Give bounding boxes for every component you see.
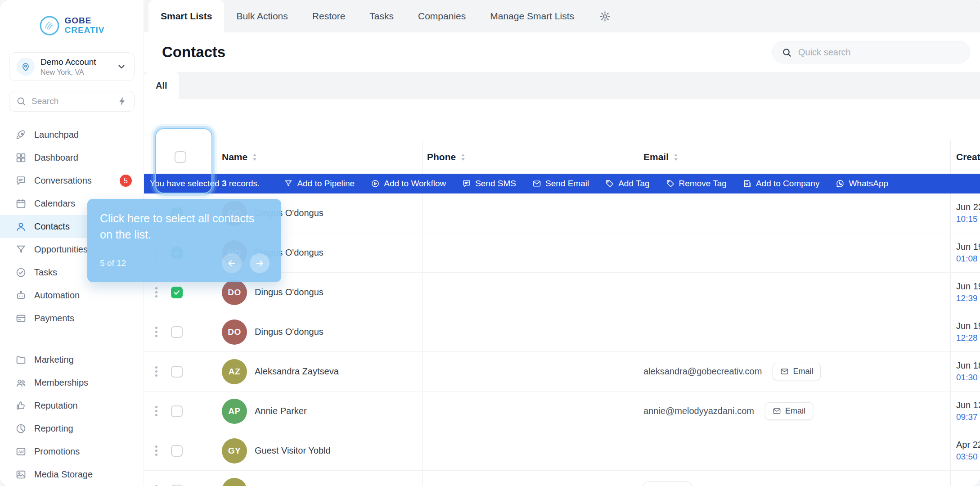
selection-count: 3 [222,179,227,188]
sidebar-item-label: Payments [34,313,74,324]
row-checkbox[interactable] [171,326,183,338]
tab-tasks[interactable]: Tasks [357,0,406,32]
sidebar-item-dashboard[interactable]: Dashboard [0,146,144,169]
tab-restore[interactable]: Restore [300,0,358,32]
bulk-action-whatsapp[interactable]: WhatsApp [836,179,888,189]
email-button[interactable]: Email [765,402,813,420]
created-time[interactable]: 12:28 [956,333,978,343]
created-cell: Jun 19 12:39 [950,273,980,312]
contact-name[interactable]: Annie Parker [255,406,307,416]
row-menu-button[interactable] [155,327,157,337]
chevron-down-icon [116,61,127,72]
created-time[interactable]: 12:39 [956,293,978,303]
email-cell [636,273,950,312]
bulk-action-add-to-pipeline[interactable]: Add to Pipeline [284,179,355,189]
row-controls [144,392,222,431]
sidebar-item-media-storage[interactable]: Media Storage [0,463,144,486]
bulk-action-add-to-workflow[interactable]: Add to Workflow [371,179,446,189]
column-header-created[interactable]: Created [950,140,980,174]
settings-gear-icon[interactable] [599,10,611,22]
bulk-action-remove-tag[interactable]: Remove Tag [666,179,727,189]
email-button[interactable]: Email [643,482,692,486]
sidebar-item-launchpad[interactable]: Launchpad [0,123,144,146]
bulk-action-send-email[interactable]: Send Email [532,179,589,189]
sidebar-item-reputation[interactable]: Reputation [0,394,144,417]
sidebar-search-input[interactable] [31,96,112,106]
column-header-name[interactable]: Name [222,140,422,174]
select-all-cell [144,140,222,174]
created-date: Jun 18 [956,360,980,371]
tab-companies[interactable]: Companies [406,0,478,32]
sidebar-item-conversations[interactable]: Conversations 5 [0,169,144,192]
sidebar-item-label: Contacts [34,221,70,232]
sidebar-item-marketing[interactable]: Marketing [0,348,144,371]
contact-name[interactable]: Dingus O'dongus [255,327,324,337]
created-time[interactable]: 01:30 [956,373,978,382]
row-menu-button[interactable] [155,366,157,377]
tooltip-prev-button[interactable] [222,253,242,273]
row-menu-button[interactable] [155,446,157,456]
row-checkbox[interactable] [171,287,183,298]
row-menu-button[interactable] [155,406,157,416]
quick-search-input[interactable] [798,47,961,58]
row-controls [144,352,222,391]
row-checkbox[interactable] [171,366,183,378]
created-time[interactable]: 10:15 [956,214,978,224]
list-tab-all[interactable]: All [144,72,179,99]
created-time[interactable]: 03:50 [956,452,978,462]
sidebar-search[interactable] [9,91,135,112]
ai-bolt-icon[interactable] [117,96,128,107]
tooltip-text: Click here to select all contacts on the… [100,211,270,243]
row-controls [144,471,222,486]
contact-name[interactable]: Dingus O'dongus [255,287,324,297]
sidebar-item-label: Reputation [34,400,78,411]
select-all-checkbox[interactable] [175,151,186,163]
row-checkbox[interactable] [171,405,183,417]
phone-cell [422,392,636,431]
row-checkbox[interactable] [171,485,183,486]
payments-icon [15,313,27,324]
created-time[interactable]: 09:37 [956,412,978,422]
bulk-action-add-tag[interactable]: Add Tag [605,179,649,189]
row-menu-button[interactable] [155,287,157,297]
svg-text:Ad: Ad [18,450,24,454]
quick-search[interactable] [772,41,970,63]
name-cell: AZ Aleksandra Zaytseva [222,352,422,391]
brand-logo: GOBE CREATIV [0,0,144,48]
tasks-icon [15,267,27,278]
workflow-icon [371,179,380,188]
name-cell [222,471,422,486]
name-cell: GY Guest Visitor Yobld [222,431,422,470]
sidebar-item-automation[interactable]: Automation [0,284,144,307]
sidebar-item-payments[interactable]: Payments [0,307,144,330]
created-cell: Jun 19 01:08 [950,233,980,272]
tab-smart-lists[interactable]: Smart Lists [148,0,224,32]
reputation-icon [15,400,27,411]
name-cell: DO Dingus O'dongus [222,312,422,351]
envelope-icon [780,367,789,376]
email-button[interactable]: Email [773,363,821,380]
column-header-phone[interactable]: Phone [422,140,636,174]
sidebar-item-label: Dashboard [34,153,78,163]
email-cell: annie@melodyyazdani.com Email [636,392,950,431]
tooltip-next-button[interactable] [250,253,270,273]
created-time[interactable]: 01:08 [956,254,978,264]
tab-bulk-actions[interactable]: Bulk Actions [224,0,300,32]
contact-name[interactable]: Aleksandra Zaytseva [255,366,339,377]
bulk-action-send-sms[interactable]: Send SMS [462,179,516,189]
bulk-action-label: Add to Pipeline [297,179,355,189]
sidebar-item-memberships[interactable]: Memberships [0,371,144,394]
account-switcher[interactable]: Demo Account New York, VA [9,52,135,81]
created-cell: Jun 18 01:30 [950,352,980,391]
arrow-right-icon [255,258,265,268]
sidebar-item-promotions[interactable]: Ad Promotions [0,440,144,463]
bulk-action-add-to-company[interactable]: Add to Company [743,179,820,189]
selection-message-suffix: records. [229,179,260,188]
contact-name[interactable]: Guest Visitor Yobld [255,446,331,456]
tab-manage-smart-lists[interactable]: Manage Smart Lists [478,0,586,32]
sidebar-item-reporting[interactable]: Reporting [0,417,144,440]
column-header-email[interactable]: Email [636,140,950,174]
row-checkbox[interactable] [171,445,183,457]
pipeline-icon [284,179,293,188]
phone-cell [422,471,636,486]
